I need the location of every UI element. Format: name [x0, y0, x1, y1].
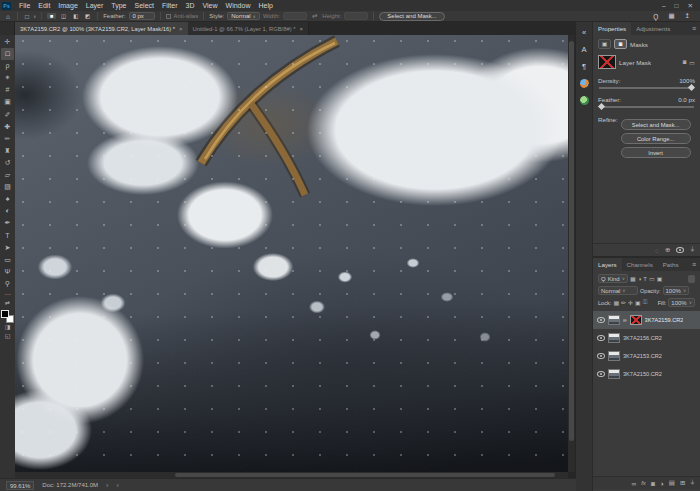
hand-tool-icon[interactable]: Ψ [1, 266, 14, 278]
filter-type-layers-icon[interactable]: T [643, 276, 647, 282]
invert-button[interactable]: Invert [621, 147, 691, 158]
layer-filter-kind-select[interactable]: Ϙ Kind ∨ [598, 274, 628, 283]
feather-slider-thumb[interactable] [598, 103, 605, 110]
maximize-button[interactable]: □ [675, 2, 679, 10]
zoom-level-field[interactable]: 99.61% [6, 481, 34, 490]
color-range-button[interactable]: Color Range... [621, 133, 691, 144]
menu-image[interactable]: Image [54, 2, 81, 9]
feather-input[interactable]: 0 px [129, 12, 155, 20]
filter-pixel-layers-icon[interactable]: ▦ [630, 275, 636, 282]
anti-alias-checkbox[interactable] [166, 14, 171, 19]
tab-paths[interactable]: Paths [658, 258, 684, 271]
select-and-mask-button[interactable]: Select and Mask... [379, 12, 444, 21]
lock-artboard-icon[interactable]: ▣ [635, 299, 641, 306]
menu-3d[interactable]: 3D [182, 2, 199, 9]
paragraph-panel-icon[interactable]: ¶ [582, 62, 586, 71]
menu-view[interactable]: View [199, 2, 222, 9]
select-and-mask-button[interactable]: Select and Mask... [621, 119, 691, 130]
type-tool-icon[interactable]: T [1, 230, 14, 242]
layer-thumbnail[interactable] [608, 315, 620, 325]
crop-tool-icon[interactable]: # [1, 84, 14, 96]
add-vector-mask-icon[interactable]: ▭ [689, 59, 695, 66]
link-layers-icon[interactable]: ∞ [632, 480, 637, 487]
brush-tool-icon[interactable]: ✏ [1, 133, 14, 145]
layer-row[interactable]: 3K7A2156.CR2 [593, 329, 700, 347]
eraser-tool-icon[interactable]: ▱ [1, 169, 14, 181]
tab-adjustments[interactable]: Adjustments [631, 22, 675, 35]
document-tab-inactive[interactable]: Untitled-1 @ 66.7% (Layer 1, RGB/8#) * × [188, 22, 309, 35]
density-slider-thumb[interactable] [688, 84, 695, 91]
frame-tool-icon[interactable]: ▣ [1, 96, 14, 108]
layer-style-fx-icon[interactable]: fx [641, 480, 646, 486]
adjustment-layer-icon[interactable]: ◑ [660, 480, 664, 487]
layer-row[interactable]: ∞ 3K7A2159.CR2 [593, 311, 700, 329]
filter-shape-layers-icon[interactable]: ▭ [649, 275, 655, 282]
blur-tool-icon[interactable]: ♠ [1, 193, 14, 205]
density-slider[interactable] [599, 87, 694, 89]
tab-properties[interactable]: Properties [593, 22, 631, 35]
enable-mask-eye-icon[interactable] [676, 247, 684, 253]
layer-name[interactable]: 3K7A2159.CR2 [645, 317, 684, 323]
swap-colors-icon[interactable]: ⇄ [1, 299, 14, 308]
lock-image-pixels-icon[interactable]: ✏ [621, 299, 626, 306]
plugin-panel-icon[interactable] [580, 79, 589, 88]
history-brush-tool-icon[interactable]: ↺ [1, 157, 14, 169]
opacity-select[interactable]: 100% ∨ [663, 286, 690, 295]
add-pixel-mask-icon[interactable]: ◙ [683, 59, 687, 65]
screen-mode-icon[interactable]: ◱ [1, 332, 14, 341]
panel-menu-icon[interactable]: ≡ [692, 25, 700, 32]
lock-all-icon[interactable]: ⚿ [643, 299, 648, 306]
delete-mask-trash-icon[interactable]: ⏚ [690, 246, 695, 254]
close-button[interactable]: ✕ [688, 2, 693, 10]
style-select[interactable]: Normal ∨ [227, 12, 260, 20]
tab-channels[interactable]: Channels [622, 258, 658, 271]
close-tab-icon[interactable]: × [299, 26, 303, 32]
height-input[interactable] [344, 12, 368, 20]
layer-visibility-eye-icon[interactable] [597, 353, 605, 359]
tool-preset-dropdown[interactable]: □ ∨ [23, 13, 36, 20]
healing-brush-tool-icon[interactable]: ✚ [1, 121, 14, 133]
add-layer-mask-icon[interactable]: ◙ [651, 480, 655, 487]
path-selection-tool-icon[interactable]: ➤ [1, 242, 14, 254]
density-value[interactable]: 100% [679, 77, 695, 84]
new-layer-icon[interactable]: ⊞ [680, 479, 685, 487]
add-selection-mode-button[interactable]: ◫ [59, 13, 68, 19]
new-selection-mode-button[interactable]: ■ [47, 13, 56, 19]
menu-edit[interactable]: Edit [34, 2, 54, 9]
menu-window[interactable]: Window [222, 2, 255, 9]
layer-thumbnail[interactable] [608, 351, 620, 361]
menu-layer[interactable]: Layer [82, 2, 108, 9]
magic-wand-tool-icon[interactable]: ✶ [1, 72, 14, 84]
scroll-left-icon[interactable]: ‹ [116, 482, 118, 489]
lock-transparent-pixels-icon[interactable]: ▦ [613, 299, 619, 306]
layer-visibility-eye-icon[interactable] [597, 371, 605, 377]
menu-type[interactable]: Type [107, 2, 130, 9]
minimize-button[interactable]: – [662, 2, 666, 10]
mask-link-icon[interactable]: ∞ [623, 317, 627, 323]
lasso-tool-icon[interactable]: ρ [1, 60, 14, 72]
layer-mask-thumbnail[interactable] [630, 315, 642, 325]
foreground-color-swatch[interactable] [1, 310, 9, 318]
load-selection-from-mask-icon[interactable]: ◌ [655, 247, 659, 254]
pixel-layer-properties-icon[interactable]: ▣ [598, 39, 611, 49]
width-input[interactable] [283, 12, 307, 20]
document-canvas[interactable] [15, 35, 568, 472]
layer-name[interactable]: 3K7A2156.CR2 [623, 335, 662, 341]
menu-file[interactable]: File [15, 2, 34, 9]
character-panel-icon[interactable]: A [581, 45, 586, 54]
layer-row[interactable]: 3K7A2153.CR2 [593, 347, 700, 365]
color-swatches[interactable] [1, 310, 14, 323]
horizontal-scrollbar-thumb[interactable] [175, 473, 555, 477]
layer-thumbnail[interactable] [608, 369, 620, 379]
vertical-scrollbar-thumb[interactable] [569, 41, 574, 441]
expand-panels-icon[interactable]: « [582, 28, 586, 37]
menu-select[interactable]: Select [131, 2, 158, 9]
layer-row[interactable]: 3K7A2150.CR2 [593, 365, 700, 383]
apply-mask-icon[interactable]: ⊕ [665, 246, 670, 254]
feather-value[interactable]: 0.0 px [678, 96, 695, 103]
delete-layer-trash-icon[interactable]: ⏚ [690, 479, 695, 487]
edit-toolbar-icon[interactable]: ⋯ [1, 290, 14, 299]
layer-name[interactable]: 3K7A2153.CR2 [623, 353, 662, 359]
mask-properties-icon[interactable]: ◙ [614, 39, 627, 49]
status-menu-arrow-icon[interactable]: › [106, 482, 108, 489]
